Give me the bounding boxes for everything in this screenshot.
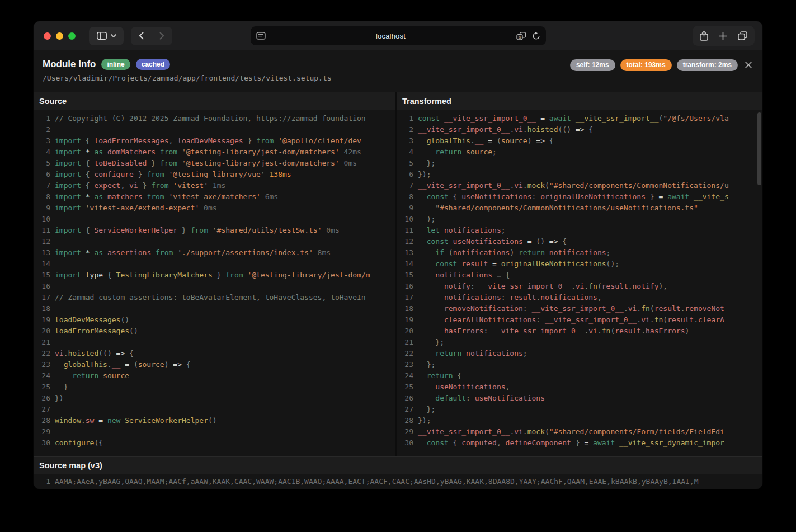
line-number: 23 — [34, 360, 50, 371]
line-number: 18 — [34, 304, 50, 316]
code-line: 16 notify: __vite_ssr_import_0__.vi.fn(r… — [397, 282, 762, 293]
code-line: 21 }; — [397, 338, 762, 349]
code-line: 30configure({ — [34, 439, 395, 450]
tab-overview-icon[interactable] — [738, 31, 747, 40]
new-tab-icon[interactable] — [719, 32, 727, 40]
code-line: 24 return source — [34, 371, 395, 383]
line-number: 16 — [34, 282, 50, 293]
code-line: 22vi.hoisted(() => { — [34, 349, 395, 360]
code-line: 19loadDevMessages() — [34, 316, 395, 327]
translate-icon[interactable]: a — [516, 32, 526, 40]
sourcemap-line: 1 AAMA;AAeA,yBAAG,QAAQ,MAAM;AACf,aAAW,KA… — [34, 474, 762, 486]
code-line: 14 — [34, 260, 395, 271]
line-number: 12 — [397, 237, 413, 248]
timing-transform: transform: 2ms — [677, 59, 738, 71]
code-line: 7__vite_ssr_import_0__.vi.mock("#shared/… — [397, 181, 762, 192]
transformed-code[interactable]: 1const __vite_ssr_import_0__ = await __v… — [397, 110, 762, 456]
code-line: 4 return source; — [397, 148, 762, 159]
code-line: 3import { loadErrorMessages, loadDevMess… — [34, 136, 395, 148]
line-number: 4 — [34, 148, 50, 159]
line-number: 4 — [397, 148, 413, 159]
back-button[interactable] — [131, 27, 152, 45]
line-number: 5 — [397, 159, 413, 170]
line-number: 8 — [397, 192, 413, 204]
browser-toolbar: localhost a — [34, 21, 762, 50]
line-number: 1 — [34, 114, 50, 125]
code-line: 3 globalThis.__ = (source) => { — [397, 136, 762, 148]
code-line: 19 clearAllNotifications: __vite_ssr_imp… — [397, 316, 762, 327]
share-icon[interactable] — [700, 31, 708, 41]
line-number: 26 — [34, 394, 50, 405]
page-title: Module Info — [43, 59, 96, 70]
vertical-scrollbar[interactable] — [757, 112, 761, 185]
badge-inline: inline — [101, 59, 130, 70]
code-line: 15 notifications = { — [397, 271, 762, 282]
line-number: 10 — [34, 215, 50, 226]
url-text[interactable]: localhost — [266, 32, 516, 40]
sidebar-toggle-button[interactable] — [89, 27, 124, 45]
code-line: 10 — [34, 215, 395, 226]
code-line: 26}) — [34, 394, 395, 405]
line-number: 11 — [34, 226, 50, 237]
code-line: 24 return { — [397, 371, 762, 383]
code-line: 29 — [34, 427, 395, 439]
traffic-lights — [44, 32, 76, 40]
code-line: 23 }; — [397, 360, 762, 371]
code-line: 16 — [34, 282, 395, 293]
minimize-window-button[interactable] — [56, 32, 63, 40]
page-menu-icon[interactable] — [256, 32, 266, 40]
code-line: 8import * as matchers from 'vitest-axe/m… — [34, 192, 395, 204]
line-number: 20 — [34, 327, 50, 338]
line-number: 18 — [397, 304, 413, 316]
code-line: 7import { expect, vi } from 'vitest' 1ms — [34, 181, 395, 192]
code-line: 5 }; — [397, 159, 762, 170]
code-line: 23 globalThis.__ = (source) => { — [34, 360, 395, 371]
sourcemap-title: Source map (v3) — [34, 456, 762, 474]
source-code[interactable]: 1// Copyright (C) 2012-2025 Zammad Found… — [34, 110, 395, 456]
transformed-pane-title: Transformed — [397, 92, 762, 110]
line-number: 7 — [397, 181, 413, 192]
line-number: 20 — [397, 327, 413, 338]
sourcemap-body[interactable]: 1 AAMA;AAeA,yBAAG,QAAQ,MAAM;AACf,aAAW,KA… — [34, 474, 762, 489]
zoom-window-button[interactable] — [68, 32, 76, 40]
code-line: 6}); — [397, 170, 762, 181]
line-number: 13 — [397, 248, 413, 260]
line-number: 9 — [34, 204, 50, 215]
close-panel-button[interactable] — [742, 59, 755, 71]
line-number: 7 — [34, 181, 50, 192]
code-line: 22 return notifications; — [397, 349, 762, 360]
code-line: 2 — [34, 125, 395, 136]
line-number: 25 — [397, 383, 413, 394]
sidebar-icon — [97, 32, 107, 40]
code-line: 2__vite_ssr_import_0__.vi.hoisted(() => … — [397, 125, 762, 136]
code-line: 21 — [34, 338, 395, 349]
line-number: 2 — [34, 125, 50, 136]
code-line: 12 const useNotifications = () => { — [397, 237, 762, 248]
reload-icon[interactable] — [532, 32, 540, 40]
timing-total: total: 193ms — [620, 59, 672, 71]
line-number: 28 — [34, 416, 50, 427]
close-window-button[interactable] — [44, 32, 51, 40]
line-number: 12 — [34, 237, 50, 248]
line-number: 6 — [397, 170, 413, 181]
code-line: 14 const result = originalUseNotificatio… — [397, 260, 762, 271]
line-number: 14 — [34, 260, 50, 271]
line-number: 29 — [397, 427, 413, 439]
line-number: 19 — [34, 316, 50, 327]
code-line: 13import * as assertions from './support… — [34, 248, 395, 260]
address-bar[interactable]: localhost a — [251, 26, 546, 45]
code-line: 20loadErrorMessages() — [34, 327, 395, 338]
code-line: 18 removeNotification: __vite_ssr_import… — [397, 304, 762, 316]
line-number: 22 — [397, 349, 413, 360]
code-line: 30 const { computed, defineComponent } =… — [397, 439, 762, 450]
toolbar-right-buttons — [693, 26, 755, 46]
line-number: 26 — [397, 394, 413, 405]
badge-cached: cached — [136, 59, 170, 70]
code-line: 28window.sw = new ServiceWorkerHelper() — [34, 416, 395, 427]
line-number: 24 — [397, 371, 413, 383]
forward-button[interactable] — [152, 27, 172, 45]
sourcemap-mappings: AAMA;AAeA,yBAAG,QAAQ,MAAM;AACf,aAAW,KAAK… — [55, 477, 699, 486]
code-line: 1// Copyright (C) 2012-2025 Zammad Found… — [34, 114, 395, 125]
line-number: 10 — [397, 215, 413, 226]
timing-self: self: 12ms — [570, 59, 615, 71]
